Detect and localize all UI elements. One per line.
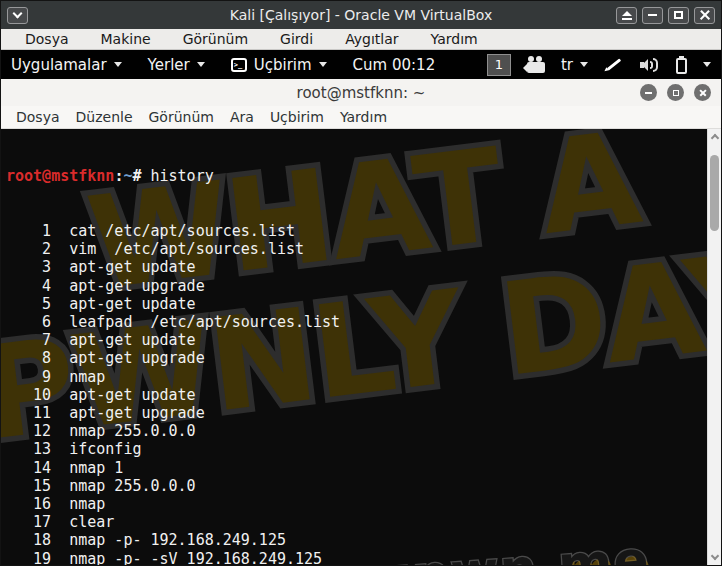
- terminal-menu-duzenle[interactable]: Düzenle: [70, 109, 139, 125]
- history-line: 13 ifconfig: [6, 440, 707, 458]
- history-line: 6 leafpad /etc/apt/sources.list: [6, 313, 707, 331]
- places-menu[interactable]: Yerler: [148, 56, 205, 74]
- battery-icon[interactable]: [676, 58, 687, 74]
- vbox-menu-girdi[interactable]: Girdi: [264, 31, 329, 47]
- chevron-down-icon: [197, 62, 205, 67]
- workspace-switcher[interactable]: 1: [487, 54, 511, 76]
- history-line: 2 vim /etc/apt/sources.list: [6, 240, 707, 258]
- history-line: 14 nmap 1: [6, 459, 707, 477]
- history-line: 15 nmap 255.0.0.0: [6, 477, 707, 495]
- terminal-window-title: root@mstfknn: ~: [1, 84, 721, 102]
- terminal-output: root@mstfknn:~# history 1 cat /etc/apt/s…: [1, 129, 707, 565]
- chevron-down-icon: [114, 62, 122, 67]
- history-line: 16 nmap: [6, 495, 707, 513]
- history-line: 8 apt-get upgrade: [6, 349, 707, 367]
- clock[interactable]: Cum 00:12: [353, 56, 436, 74]
- chevron-down-icon: [319, 62, 327, 67]
- chevron-down-icon: [580, 62, 588, 67]
- history-list: 1 cat /etc/apt/sources.list 2 vim /etc/a…: [6, 222, 707, 565]
- history-line: 18 nmap -p- 192.168.249.125: [6, 531, 707, 549]
- terminal-menu-yardim[interactable]: Yardım: [334, 109, 393, 125]
- vbox-menu-makine[interactable]: Makine: [85, 31, 167, 47]
- terminal-screen[interactable]: WHAT A PWNLY DAY canyoupwn.me root@mstfk…: [1, 129, 721, 565]
- terminal-close-button[interactable]: [694, 84, 711, 101]
- history-line: 10 apt-get update: [6, 386, 707, 404]
- minimize-icon: [645, 92, 652, 94]
- vbox-titlebar: Kali [Çalışıyor] - Oracle VM VirtualBox: [1, 1, 721, 29]
- terminal-titlebar: root@mstfknn: ~: [1, 79, 721, 106]
- history-line: 12 nmap 255.0.0.0: [6, 422, 707, 440]
- video-camera-icon[interactable]: [527, 62, 545, 73]
- history-line: 9 nmap: [6, 368, 707, 386]
- terminal-maximize-button[interactable]: [667, 84, 684, 101]
- panel-tray: 1 tr: [487, 54, 711, 76]
- scroll-down-icon[interactable]: [711, 552, 719, 560]
- history-line: 7 apt-get update: [6, 331, 707, 349]
- terminal-scrollbar[interactable]: [707, 129, 721, 565]
- vbox-window-title: Kali [Çalışıyor] - Oracle VM VirtualBox: [1, 7, 721, 23]
- close-icon: [700, 10, 710, 20]
- history-line: 5 apt-get update: [6, 295, 707, 313]
- close-icon: [699, 89, 707, 97]
- keyboard-layout-selector[interactable]: tr: [561, 56, 588, 74]
- terminal-icon: >_: [231, 58, 247, 72]
- vbox-menubar: Dosya Makine Görünüm Girdi Aygıtlar Yard…: [1, 29, 721, 50]
- xfce-top-panel: Uygulamalar Yerler >_ Uçbirim Cum 00:12 …: [1, 50, 721, 79]
- stylus-icon[interactable]: [604, 56, 624, 74]
- history-line: 1 cat /etc/apt/sources.list: [6, 222, 707, 240]
- history-line: 11 apt-get upgrade: [6, 404, 707, 422]
- scrollbar-thumb[interactable]: [710, 155, 719, 231]
- history-line: 3 apt-get update: [6, 258, 707, 276]
- terminal-menu-gorunum[interactable]: Görünüm: [143, 109, 220, 125]
- prompt-line: root@mstfknn:~# history: [6, 167, 707, 185]
- terminal-menu-ara[interactable]: Ara: [224, 109, 260, 125]
- terminal-app-menu[interactable]: >_ Uçbirim: [231, 56, 327, 74]
- history-line: 17 clear: [6, 513, 707, 531]
- vbox-menu-aygitlar[interactable]: Aygıtlar: [329, 31, 414, 47]
- history-line: 4 apt-get upgrade: [6, 277, 707, 295]
- chevron-down-icon[interactable]: [703, 62, 711, 67]
- prompt-user-host: root@mstfknn: [6, 167, 114, 185]
- terminal-window-controls: [640, 84, 711, 101]
- typed-command: history: [151, 167, 214, 185]
- terminal-menu-dosya[interactable]: Dosya: [10, 109, 66, 125]
- virtualbox-window: Kali [Çalışıyor] - Oracle VM VirtualBox …: [0, 0, 722, 566]
- history-line: 19 nmap -p- -sV 192.168.249.125: [6, 550, 707, 565]
- maximize-icon: [673, 90, 679, 96]
- vbox-menu-yardim[interactable]: Yardım: [415, 31, 494, 47]
- vbox-menu-dosya[interactable]: Dosya: [9, 31, 85, 47]
- terminal-minimize-button[interactable]: [640, 84, 657, 101]
- scroll-up-icon[interactable]: [711, 134, 719, 142]
- volume-icon[interactable]: [640, 57, 660, 73]
- applications-menu[interactable]: Uygulamalar: [11, 56, 122, 74]
- terminal-menu-ucbirim[interactable]: Uçbirim: [264, 109, 330, 125]
- terminal-menubar: Dosya Düzenle Görünüm Ara Uçbirim Yardım: [1, 106, 721, 129]
- vbox-menu-gorunum[interactable]: Görünüm: [167, 31, 264, 47]
